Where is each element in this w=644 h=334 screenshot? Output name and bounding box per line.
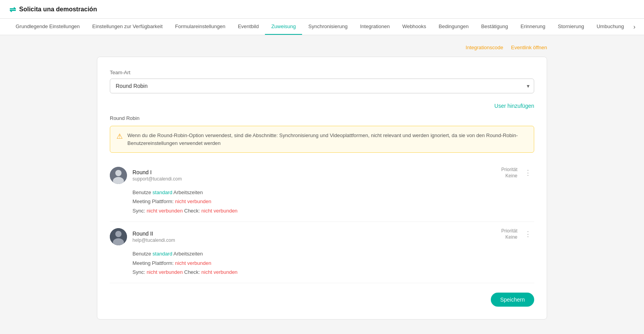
user-2-priority-section: Priorität Keine ⋮ [501,228,534,240]
tab-verfugbarkeit[interactable]: Einstellungen zur Verfügbarkeit [86,19,169,35]
tab-webhooks[interactable]: Webhooks [396,19,432,35]
user-2-platform-link[interactable]: nicht verbunden [175,260,211,266]
user-2-sync: Sync: nicht verbunden Check: nicht verbu… [132,268,534,277]
team-art-label: Team-Art [110,70,534,75]
user-1-platform-link[interactable]: nicht verbunden [175,198,211,204]
eventlink-open-link[interactable]: Eventlink öffnen [511,45,547,50]
user-1-arbeitszeiten: Benutze standard Arbeitszeiten [132,188,534,197]
add-user-row: User hinzufügen [110,103,534,109]
add-user-button[interactable]: User hinzufügen [494,103,534,109]
team-art-select[interactable]: Round Robin Kollektiv Einzeln [110,79,534,93]
user-2-priority-value: Keine [501,234,517,240]
tab-stornierung[interactable]: Stornierung [551,19,590,35]
user-1-info: Round I support@tucalendi.com [110,167,182,184]
save-row: Speichern [110,293,534,307]
user-2-check-prefix: Check: [183,269,202,275]
user-1-priority-section: Priorität Keine ⋮ [501,167,534,179]
tab-integrationen[interactable]: Integrationen [354,19,396,35]
user-1-details: Benutze standard Arbeitszeiten Meeting P… [132,188,534,215]
user-2-dots-menu[interactable]: ⋮ [522,229,534,239]
nav-tabs: Grundlegende Einstellungen Einstellungen… [0,19,644,35]
top-actions: Integrationscode Eventlink öffnen [97,45,547,50]
user-1-sync-link[interactable]: nicht verbunden [147,208,183,214]
svg-point-1 [115,170,122,176]
user-2-avatar [110,228,127,245]
tab-synchronisierung[interactable]: Synchronisierung [302,19,354,35]
user-1-priority-value: Keine [501,173,517,179]
user-2-info: Round II help@tucalendi.com [110,228,175,245]
tab-bedingungen[interactable]: Bedingungen [433,19,475,35]
user-2-name: Round II [132,230,175,237]
user-1-name: Round I [132,169,182,175]
user-2-arbeitszeiten: Benutze standard Arbeitszeiten [132,249,534,258]
user-2-sync-link[interactable]: nicht verbunden [147,269,183,275]
user-1-arbeitszeiten-prefix: Benutze [132,189,152,195]
page-content: Integrationscode Eventlink öffnen Team-A… [88,35,556,329]
team-art-field: Team-Art Round Robin Kollektiv Einzeln ▾ [110,70,534,93]
main-card: Team-Art Round Robin Kollektiv Einzeln ▾… [97,57,547,320]
user-2-sync-prefix: Sync: [132,269,147,275]
user-2-email: help@tucalendi.com [132,238,175,243]
user-2-priority-label: Priorität [501,228,517,234]
user-card-1: Round I support@tucalendi.com Priorität … [110,161,534,222]
user-1-priority-label: Priorität [501,167,517,172]
logo: ⇌ Solicita una demostración [9,5,97,14]
svg-point-4 [115,231,122,237]
team-art-select-wrapper: Round Robin Kollektiv Einzeln ▾ [110,79,534,93]
warning-text: Wenn du die Round-Robin-Option verwendes… [127,132,528,147]
tab-bestatigung[interactable]: Bestätigung [475,19,514,35]
header: ⇌ Solicita una demostración [0,0,644,19]
user-1-sync-prefix: Sync: [132,208,147,214]
user-2-arbeitszeiten-suffix: Arbeitszeiten [172,251,203,257]
warning-box: ⚠ Wenn du die Round-Robin-Option verwend… [110,126,534,153]
user-1-platform: Meeting Plattform: nicht verbunden [132,197,534,206]
user-2-arbeitszeiten-prefix: Benutze [132,251,152,257]
user-card-2: Round II help@tucalendi.com Priorität Ke… [110,222,534,283]
round-robin-label: Round Robin [110,115,534,121]
tab-grundlegende[interactable]: Grundlegende Einstellungen [9,19,86,35]
user-1-avatar [110,167,127,184]
user-1-check-link[interactable]: nicht verbunden [201,208,238,214]
user-card-2-header: Round II help@tucalendi.com Priorität Ke… [110,228,534,245]
user-1-sync: Sync: nicht verbunden Check: nicht verbu… [132,206,534,215]
user-2-check-link[interactable]: nicht verbunden [201,269,238,275]
user-1-email: support@tucalendi.com [132,176,182,182]
tab-umbuchung[interactable]: Umbuchung [590,19,630,35]
user-1-arbeitszeiten-suffix: Arbeitszeiten [172,189,203,195]
user-2-details: Benutze standard Arbeitszeiten Meeting P… [132,249,534,277]
user-2-name-email: Round II help@tucalendi.com [132,230,175,243]
app-title: Solicita una demostración [19,6,97,13]
user-card-1-header: Round I support@tucalendi.com Priorität … [110,167,534,184]
user-1-arbeitszeiten-link[interactable]: standard [152,189,172,195]
logo-icon: ⇌ [9,5,16,14]
tab-erinnerung[interactable]: Erinnerung [514,19,552,35]
user-2-platform: Meeting Plattform: nicht verbunden [132,259,534,268]
tab-eventbild[interactable]: Eventbild [232,19,265,35]
user-2-platform-prefix: Meeting Plattform: [132,260,175,266]
integrationscode-link[interactable]: Integrationscode [466,45,503,50]
nav-more-button[interactable]: › [630,20,639,34]
user-2-arbeitszeiten-link[interactable]: standard [152,251,172,257]
user-2-priority-group: Priorität Keine [501,228,517,240]
user-1-check-prefix: Check: [183,208,202,214]
tab-formular[interactable]: Formulareinstellungen [169,19,232,35]
user-1-name-email: Round I support@tucalendi.com [132,169,182,182]
user-1-dots-menu[interactable]: ⋮ [522,168,534,178]
user-1-platform-prefix: Meeting Plattform: [132,198,175,204]
save-button[interactable]: Speichern [491,293,534,307]
warning-icon: ⚠ [116,132,123,147]
tab-zuweisung[interactable]: Zuweisung [265,19,302,35]
user-1-priority-group: Priorität Keine [501,167,517,179]
